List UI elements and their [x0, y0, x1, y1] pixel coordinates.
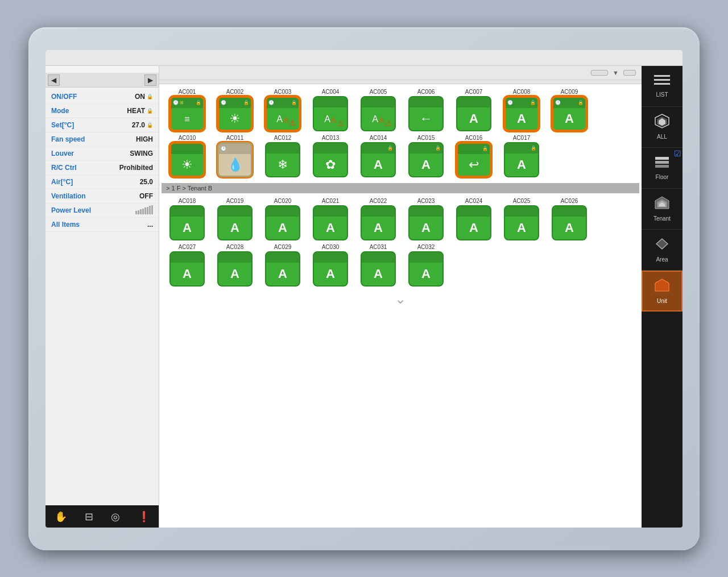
- prop-row-ventilation[interactable]: VentilationOFF: [46, 189, 159, 204]
- unit-icon[interactable]: A: [456, 205, 491, 240]
- unit-icon[interactable]: 🕐💧: [217, 142, 253, 177]
- unit-card-ac009[interactable]: AC009🕐🔒A: [547, 89, 592, 131]
- unit-icon-main: A: [506, 108, 537, 130]
- unit-card-ac005[interactable]: AC005A⚠⚠: [356, 89, 400, 131]
- prop-label: Louver: [51, 150, 74, 157]
- unit-card-ac023[interactable]: AC023A: [404, 198, 448, 240]
- unit-card-ac014[interactable]: AC014🔒A: [356, 135, 400, 177]
- scroll-down-button[interactable]: ⌄: [162, 289, 639, 309]
- unit-icon[interactable]: 🔒↩: [456, 142, 491, 177]
- unit-icon[interactable]: A: [313, 251, 348, 287]
- unit-icon[interactable]: A: [456, 96, 491, 131]
- unit-icon[interactable]: A: [552, 205, 587, 240]
- unit-card-ac001[interactable]: AC001🕐 ⊞🔒≡: [165, 89, 209, 131]
- unit-symbol-icon: ✿: [325, 157, 336, 172]
- unit-card-ac011[interactable]: AC011🕐💧: [213, 135, 257, 177]
- units-scroll-area[interactable]: AC001🕐 ⊞🔒≡AC002🕐🔒☀AC003🕐🔒A⚠⚠AC004A⚠⚠AC00…: [159, 84, 642, 528]
- unit-card-ac018[interactable]: AC018A: [165, 198, 209, 240]
- unit-icon[interactable]: A: [408, 251, 444, 287]
- unit-card-ac020[interactable]: AC020A: [260, 198, 305, 240]
- unit-card-ac025[interactable]: AC025A: [499, 198, 544, 240]
- unit-card-ac002[interactable]: AC002🕐🔒☀: [213, 89, 257, 131]
- unit-icon[interactable]: 🕐🔒A⚠⚠: [265, 96, 300, 131]
- unit-icon[interactable]: A: [217, 251, 253, 287]
- unit-icon[interactable]: ←: [408, 96, 444, 131]
- unit-icon-main: 💧: [219, 154, 251, 176]
- unit-icon[interactable]: A: [265, 205, 300, 240]
- prop-row-fanspeed[interactable]: Fan speedHIGH: [46, 132, 159, 147]
- nav-btn-all[interactable]: ALL: [642, 107, 682, 148]
- prop-row-allitems[interactable]: All Items...: [46, 218, 159, 232]
- unit-card-ac030[interactable]: AC030A: [308, 244, 353, 287]
- unit-card-label: AC019: [226, 198, 244, 204]
- unit-card-ac010[interactable]: AC010☀: [165, 135, 209, 177]
- nav-btn-area[interactable]: Area: [642, 230, 682, 271]
- unit-card-ac007[interactable]: AC007A: [452, 89, 496, 131]
- exclaim-tool[interactable]: ❗: [133, 509, 155, 524]
- nav-btn-tenant[interactable]: Tenant: [642, 189, 682, 230]
- unit-card-ac029[interactable]: AC029A: [260, 244, 305, 287]
- unit-icon[interactable]: 🔒A: [408, 142, 444, 177]
- prop-row-rcctrl[interactable]: R/C CtrlProhibited: [46, 161, 159, 175]
- unit-next-button[interactable]: ▶: [144, 74, 156, 86]
- unit-icon[interactable]: A: [408, 205, 444, 240]
- unit-icon[interactable]: A⚠⚠: [313, 96, 348, 131]
- unit-icon[interactable]: ❄: [265, 142, 300, 177]
- top-bar: [46, 50, 682, 66]
- unit-card-ac032[interactable]: AC032A: [404, 244, 448, 287]
- all-unit-button[interactable]: [623, 70, 636, 76]
- unit-icon[interactable]: 🕐🔒A: [552, 96, 587, 131]
- nav-btn-list[interactable]: LIST: [642, 66, 682, 107]
- unit-card-ac031[interactable]: AC031A: [356, 244, 400, 287]
- unit-card-ac008[interactable]: AC008🕐🔒A: [499, 89, 544, 131]
- unit-icon[interactable]: 🔒A: [504, 142, 539, 177]
- unit-symbol-icon: A: [421, 221, 431, 235]
- unit-icon-top: [171, 206, 204, 217]
- unit-card-ac021[interactable]: AC021A: [308, 198, 353, 240]
- unit-card-ac027[interactable]: AC027A: [165, 244, 209, 287]
- nav-btn-unit[interactable]: Unit: [642, 271, 682, 312]
- prop-row-onoff[interactable]: ON/OFFON🔒: [46, 90, 159, 104]
- unit-card-ac017[interactable]: AC017🔒A: [499, 135, 544, 177]
- prop-row-louver[interactable]: LouverSWING: [46, 147, 159, 161]
- unit-icon[interactable]: A: [313, 205, 348, 240]
- prop-row-airc[interactable]: Air[°C]25.0: [46, 175, 159, 189]
- unit-card-ac015[interactable]: AC015🔒A: [404, 135, 448, 177]
- unit-icon[interactable]: A: [169, 205, 205, 240]
- hand-tool[interactable]: ✋: [50, 509, 72, 524]
- unit-card-ac028[interactable]: AC028A: [213, 244, 257, 287]
- unit-icon[interactable]: ☀: [169, 142, 205, 177]
- unit-card-ac022[interactable]: AC022A: [356, 198, 400, 240]
- prop-row-powerlevel[interactable]: Power Level: [46, 204, 159, 218]
- unit-icon[interactable]: A: [265, 251, 300, 287]
- unit-card-ac012[interactable]: AC012❄: [260, 135, 305, 177]
- unit-card-ac024[interactable]: AC024A: [452, 198, 496, 240]
- unit-card-ac004[interactable]: AC004A⚠⚠: [308, 89, 353, 131]
- unit-card-ac003[interactable]: AC003🕐🔒A⚠⚠: [260, 89, 305, 131]
- unit-card-ac016[interactable]: AC016🔒↩: [452, 135, 496, 177]
- unit-icon[interactable]: A⚠⚠: [361, 96, 396, 131]
- unit-icon[interactable]: A: [504, 205, 539, 240]
- unit-icon[interactable]: A: [361, 251, 396, 287]
- unit-icon[interactable]: 🕐🔒A: [504, 96, 539, 131]
- unit-card-ac019[interactable]: AC019A: [213, 198, 257, 240]
- unit-icon[interactable]: 🕐 ⊞🔒≡: [169, 96, 205, 131]
- unit-icon[interactable]: ✿: [313, 142, 348, 177]
- unit-icon[interactable]: A: [361, 205, 396, 240]
- unit-icon[interactable]: 🔒A: [361, 142, 396, 177]
- unit-icon-top: [457, 97, 490, 107]
- unit-icon[interactable]: 🕐🔒☀: [217, 96, 253, 131]
- unit-card-ac026[interactable]: AC026A: [547, 198, 592, 240]
- nav-btn-floor[interactable]: ☑ Floor: [642, 148, 682, 189]
- unit-card-ac006[interactable]: AC006←: [404, 89, 448, 131]
- grid-tool[interactable]: ⊟: [80, 509, 98, 524]
- circle-tool[interactable]: ◎: [106, 509, 125, 524]
- unit-icon[interactable]: A: [169, 251, 205, 287]
- prop-row-mode[interactable]: ModeHEAT🔒: [46, 104, 159, 118]
- unit-filter-button[interactable]: [591, 70, 608, 76]
- unit-card-ac013[interactable]: AC013✿: [308, 135, 353, 177]
- prop-row-setc[interactable]: Set[°C]27.0🔒: [46, 118, 159, 132]
- unit-icon[interactable]: A: [217, 205, 253, 240]
- unit-prev-button[interactable]: ◀: [48, 74, 60, 86]
- unit-card-label: AC031: [370, 244, 387, 250]
